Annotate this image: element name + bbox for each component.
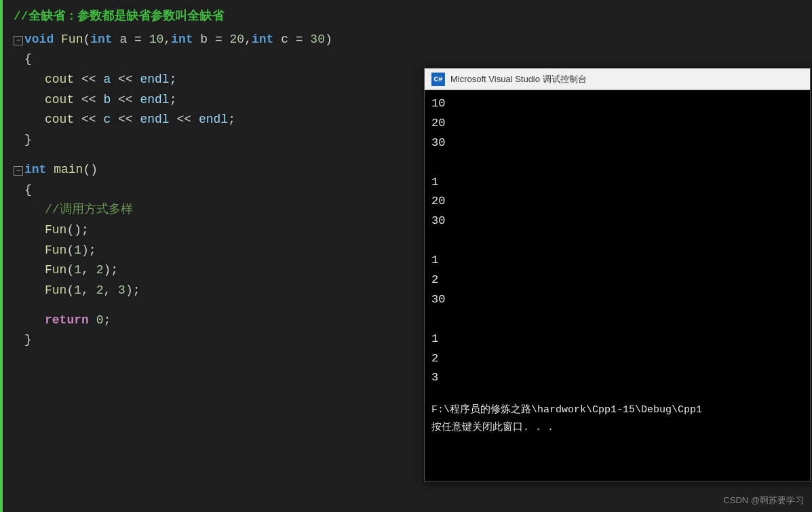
comment-line-1: //全缺省：参数都是缺省参数叫全缺省 <box>14 7 421 27</box>
function-signature-line: − void Fun ( int a = 10 , int b = 20 , i… <box>14 30 421 50</box>
close-brace-1: } <box>14 130 421 151</box>
call-fun-2: Fun ( 1 , 2 ); <box>14 260 421 281</box>
collapse-main-icon[interactable]: − <box>14 166 23 176</box>
left-border <box>0 0 3 512</box>
output-3: 3 <box>431 368 803 388</box>
cout-c-line: cout << c << endl << endl ; <box>14 110 421 130</box>
output-30-2: 30 <box>431 212 803 231</box>
editor-panel: //全缺省：参数都是缺省参数叫全缺省 − void Fun ( int a = … <box>0 0 421 512</box>
close-brace-2: } <box>14 330 421 351</box>
output-2-2: 2 <box>431 349 803 369</box>
collapse-icon[interactable]: − <box>14 36 23 45</box>
console-titlebar: C# Microsoft Visual Studio 调试控制台 <box>425 68 810 90</box>
console-window: C# Microsoft Visual Studio 调试控制台 10 20 3… <box>424 68 811 481</box>
console-title: Microsoft Visual Studio 调试控制台 <box>450 73 587 85</box>
code-area: //全缺省：参数都是缺省参数叫全缺省 − void Fun ( int a = … <box>0 0 421 357</box>
comment-line-2: //调用方式多样 <box>14 200 421 220</box>
output-blank-2 <box>431 231 803 251</box>
open-brace-1: { <box>14 50 421 70</box>
output-1-1: 1 <box>431 173 803 193</box>
call-fun-0: Fun (); <box>14 220 421 241</box>
console-app-icon: C# <box>431 73 445 86</box>
call-fun-1: Fun ( 1 ); <box>14 241 421 261</box>
csdn-watermark: CSDN @啊苏要学习 <box>723 494 804 507</box>
cout-a-line: cout << a << endl ; <box>14 70 421 90</box>
output-1-2: 1 <box>431 251 803 271</box>
output-30-3: 30 <box>431 290 803 310</box>
output-blank-1 <box>431 153 803 173</box>
open-brace-2: { <box>14 180 421 201</box>
output-1-3: 1 <box>431 330 803 349</box>
console-prompt: 按任意键关闭此窗口. . . <box>431 419 803 437</box>
call-fun-3: Fun ( 1 , 2 , 3 ); <box>14 281 421 301</box>
return-line: return 0 ; <box>14 311 421 331</box>
output-30-1: 30 <box>431 134 803 153</box>
console-path: F:\程序员的修炼之路\hardwork\Cpp1-15\Debug\Cpp1 <box>431 401 803 419</box>
output-2-1: 2 <box>431 271 803 290</box>
output-20-2: 20 <box>431 192 803 212</box>
console-body: 10 20 30 1 20 30 1 2 30 1 2 3 F:\程序员的修炼之… <box>425 90 810 440</box>
output-20-1: 20 <box>431 114 803 134</box>
output-10: 10 <box>431 94 803 114</box>
main-signature-line: − int main () <box>14 160 421 180</box>
output-blank-3 <box>431 310 803 330</box>
cout-b-line: cout << b << endl ; <box>14 90 421 111</box>
